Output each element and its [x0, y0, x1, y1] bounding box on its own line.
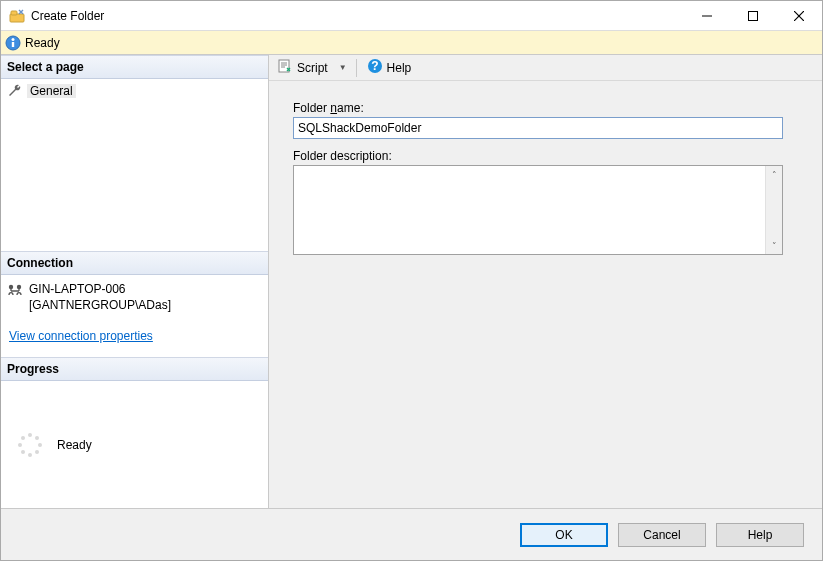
app-icon — [9, 8, 25, 24]
window-controls — [684, 1, 822, 30]
scroll-down-icon[interactable]: ˅ — [766, 237, 783, 254]
form-area: Folder name: Folder description: ˄ ˅ — [269, 81, 822, 508]
svg-text:?: ? — [371, 59, 378, 73]
script-dropdown[interactable]: ▼ — [336, 63, 350, 72]
folder-description-label: Folder description: — [293, 149, 798, 163]
cancel-button[interactable]: Cancel — [618, 523, 706, 547]
svg-point-17 — [18, 443, 22, 447]
sidebar: Select a page General Connection GIN-LAP… — [1, 55, 269, 508]
titlebar: Create Folder — [1, 1, 822, 31]
view-connection-properties-link[interactable]: View connection properties — [9, 329, 153, 343]
help-icon: ? — [367, 58, 383, 77]
ok-button[interactable]: OK — [520, 523, 608, 547]
svg-rect-8 — [12, 42, 14, 47]
main-toolbar: Script ▼ ? Help — [269, 55, 822, 81]
sidebar-spacer — [1, 103, 268, 251]
maximize-button[interactable] — [730, 1, 776, 30]
dialog-footer: OK Cancel Help — [1, 508, 822, 560]
folder-name-label: Folder name: — [293, 101, 798, 115]
progress-status-text: Ready — [57, 438, 92, 452]
help-footer-button[interactable]: Help — [716, 523, 804, 547]
scroll-up-icon[interactable]: ˄ — [766, 166, 783, 183]
connection-header: Connection — [1, 251, 268, 275]
select-page-header: Select a page — [1, 55, 268, 79]
folder-description-input[interactable] — [294, 166, 765, 254]
server-icon — [7, 282, 23, 298]
svg-point-7 — [12, 38, 15, 41]
help-button[interactable]: ? Help — [363, 56, 416, 79]
svg-point-13 — [38, 443, 42, 447]
connection-link-wrap: View connection properties — [1, 319, 268, 357]
status-text: Ready — [25, 36, 60, 50]
connection-text: GIN-LAPTOP-006 [GANTNERGROUP\ADas] — [29, 281, 171, 313]
svg-point-11 — [28, 433, 32, 437]
progress-body: Ready — [1, 381, 268, 508]
connection-info: GIN-LAPTOP-006 [GANTNERGROUP\ADas] — [1, 275, 268, 319]
svg-point-9 — [9, 285, 13, 289]
wrench-icon — [7, 83, 23, 99]
folder-description-wrap: ˄ ˅ — [293, 165, 783, 255]
svg-point-12 — [35, 436, 39, 440]
connection-user: [GANTNERGROUP\ADas] — [29, 297, 171, 313]
svg-point-16 — [21, 450, 25, 454]
svg-point-18 — [21, 436, 25, 440]
script-icon — [277, 58, 293, 77]
folder-name-input[interactable] — [293, 117, 783, 139]
script-button[interactable]: Script — [273, 56, 332, 79]
script-label: Script — [297, 61, 328, 75]
main-panel: Script ▼ ? Help Folder name: Folder desc… — [269, 55, 822, 508]
svg-rect-1 — [11, 11, 17, 15]
svg-rect-3 — [749, 11, 758, 20]
progress-spinner-icon — [17, 432, 43, 458]
progress-header: Progress — [1, 357, 268, 381]
dialog-body: Select a page General Connection GIN-LAP… — [1, 55, 822, 508]
sidebar-page-general[interactable]: General — [1, 79, 268, 103]
dialog-window: Create Folder Ready Select a page Genera… — [0, 0, 823, 561]
info-icon — [5, 35, 21, 51]
sidebar-page-label: General — [27, 84, 76, 98]
svg-point-15 — [28, 453, 32, 457]
svg-point-10 — [17, 285, 21, 289]
connection-server: GIN-LAPTOP-006 — [29, 281, 171, 297]
close-button[interactable] — [776, 1, 822, 30]
svg-point-14 — [35, 450, 39, 454]
minimize-button[interactable] — [684, 1, 730, 30]
description-scrollbar[interactable]: ˄ ˅ — [765, 166, 782, 254]
window-title: Create Folder — [31, 9, 684, 23]
status-bar: Ready — [1, 31, 822, 55]
help-label: Help — [387, 61, 412, 75]
toolbar-separator — [356, 59, 357, 77]
